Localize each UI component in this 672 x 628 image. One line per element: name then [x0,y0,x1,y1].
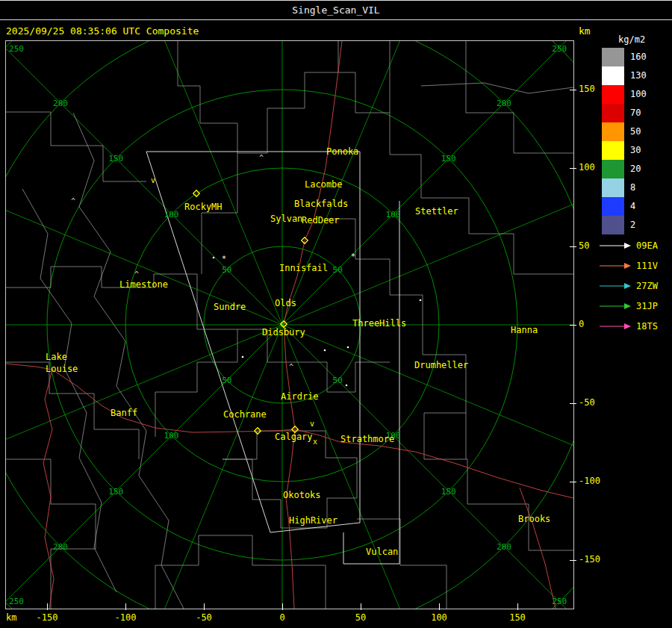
city-label-innisfail: Innisfail [279,263,328,273]
town-dot-marker [242,356,244,358]
legend-value-4: 4 [630,201,635,211]
map-glyph-marker: v [310,420,314,428]
city-label-stettler: Stettler [415,206,458,217]
right-axis-label: 50 [579,240,589,251]
range-ring-label: 250 [552,44,567,54]
range-spoke [6,325,282,485]
range-ring-label: 250 [552,597,567,606]
right-axis-label: -100 [579,476,600,486]
legend-value-2: 2 [630,220,635,230]
legend-value-70: 70 [630,108,641,118]
right-axis-label: -50 [579,397,595,408]
legend-color-160 [602,48,624,66]
legend-value-20: 20 [630,164,641,174]
county-boundary [424,459,573,550]
range-ring-label: 100 [386,210,401,220]
range-ring-label: 150 [108,487,123,497]
city-label-drumheller: Drumheller [414,360,468,370]
range-ring-label: 50 [333,265,343,275]
legend-panel: kg/m2 16013010070503020842 09EA111V27ZW3… [596,30,672,343]
radar-id-label: 111V [636,261,658,271]
right-axis-label: 0 [579,319,584,329]
range-ring-label: 250 [9,44,24,54]
right-axis-label: 150 [579,84,595,94]
county-boundary [202,153,237,274]
range-ring-label: 100 [164,431,179,441]
city-label-lacombe: Lacombe [305,179,343,190]
range-ring-label: 50 [222,265,231,275]
city-label-rockymh: RockyMH [184,202,223,212]
legend-color-2 [602,216,624,234]
city-label-hanna: Hanna [511,325,538,335]
legend-value-130: 130 [630,70,647,81]
town-dot-marker [347,346,349,349]
legend-color-50 [602,122,624,141]
range-ring-label: 150 [108,154,123,164]
range-ring-label: 250 [9,597,24,606]
town-dot-marker [213,257,215,259]
legend-value-8: 8 [630,182,635,193]
city-label-banff: Banff [111,408,137,418]
county-boundary [338,41,469,234]
city-label-lake: Lake [46,352,67,362]
radar-map-canvas: 5050505010010010010015015015015020020020… [6,41,573,609]
county-boundary [466,41,573,153]
county-boundary [421,83,573,93]
city-label-reddeer: RedDeer [302,215,340,226]
county-boundary [178,41,338,153]
bottom-axis-label: -50 [189,612,219,623]
legend-value-160: 160 [630,52,647,62]
bottom-axis-label: 50 [346,612,376,623]
radar-id-label: 18TS [636,321,658,332]
county-boundary [327,219,466,459]
range-ring-label: 150 [441,154,456,164]
timestamp-label: 2025/09/25 08:35:06 UTC Composite [6,25,199,37]
bottom-axis-label: -100 [111,612,140,623]
range-spoke [122,325,282,609]
bottom-axis-unit: km [6,612,16,623]
map-glyph-marker: ^ [289,363,293,371]
city-label-sundre: Sundre [214,302,246,312]
county-boundary [6,112,146,181]
city-label-blackfalds: Blackfalds [294,199,348,209]
legend-color-4 [602,197,624,216]
legend-color-130 [602,66,624,85]
title-bar: Single_Scan_VIL [0,0,672,20]
city-label-strathmore: Strathmore [340,434,394,444]
map-glyph-marker: x [313,438,317,446]
legend-color-20 [602,160,624,178]
town-dot-marker [346,385,348,387]
bottom-axis-label: 100 [424,612,454,623]
city-label-ponoka: Ponoka [326,146,358,157]
legend-radar-27ZW: 27ZW [599,281,658,291]
town-dot-marker [324,349,326,352]
county-boundary [22,189,116,592]
range-ring-label: 200 [497,99,511,108]
map-glyph-marker: v [151,176,155,184]
city-label-okotoks: Okotoks [283,490,321,500]
legend-color-8 [602,178,624,197]
county-boundary [469,234,573,274]
range-ring-label: 50 [333,376,343,385]
legend-value-100: 100 [630,89,647,99]
legend-unit-label: kg/m2 [618,34,645,45]
city-label-louise: Louise [46,364,78,374]
city-label-highriver: HighRiver [289,515,337,526]
range-ring-label: 150 [441,487,456,497]
highway-line [295,429,573,498]
map-glyph-marker: ^ [71,197,75,205]
county-boundary [6,267,197,287]
radar-arrow-icon [599,261,632,270]
city-label-didsbury: Didsbury [262,327,305,338]
range-spoke [282,325,573,485]
county-boundary [73,113,184,609]
legend-radar-31JP: 31JP [599,301,658,311]
city-label-brooks: Brooks [518,514,550,524]
radar-arrow-icon [599,322,632,331]
map-glyph-marker: * [351,252,355,261]
radar-arrow-icon [599,241,632,250]
radar-arrow-icon [599,282,632,290]
radar-arrow-icon [599,302,632,311]
city-label-cochrane: Cochrane [223,409,267,420]
legend-color-30 [602,141,624,160]
